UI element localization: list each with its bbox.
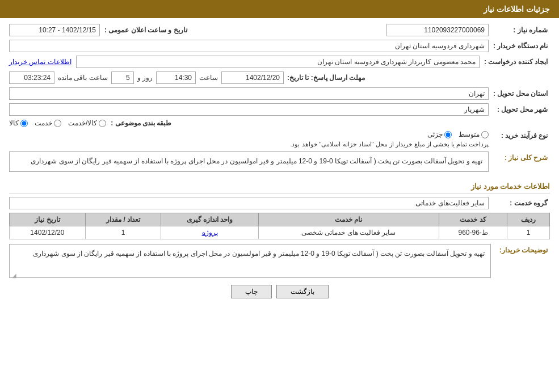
col-kod: کد خدمت	[439, 213, 507, 226]
col-tarikh: تاریخ نیاز	[10, 213, 86, 226]
page-title: جزئیات اطلاعات نیاز	[484, 5, 550, 14]
baghimande-input[interactable]	[9, 71, 54, 84]
tarikh-saat-label: تاریخ و ساعت اعلان عمومی :	[104, 26, 190, 34]
resize-handle[interactable]: ◢	[11, 271, 16, 276]
cell-radif: 1	[507, 226, 550, 239]
buyer-notes-text: تهیه و تحویل آسفالت بصورت تن پخت ( آسفال…	[33, 250, 485, 258]
radio-kala-label: کالا	[9, 119, 19, 127]
radio-kala-khadamat-item[interactable]: کالا/خدمت	[68, 119, 106, 127]
radio-jozei[interactable]	[444, 131, 452, 138]
col-tedad: تعداد / مقدار	[85, 213, 161, 226]
shahr-label: شهر محل تحویل :	[493, 106, 550, 113]
cell-vahed: پروژه	[161, 226, 258, 239]
cell-tarikh: 1402/12/20	[10, 226, 86, 239]
nam-dastgah-input[interactable]	[9, 40, 489, 52]
cell-tedad: 1	[85, 226, 161, 239]
ijad-konande-input[interactable]	[76, 56, 480, 68]
saat-label: ساعت	[199, 74, 218, 82]
grohe-khadamat-input[interactable]	[9, 197, 489, 209]
ettela-tamaas-link[interactable]: اطلاعات تماس خریدار	[9, 58, 72, 66]
nam-dastgah-label: نام دستگاه خریدار :	[493, 42, 550, 50]
radio-khadamat[interactable]	[54, 120, 61, 127]
saat-input[interactable]	[156, 71, 196, 84]
radio-kala-khadamat[interactable]	[99, 120, 106, 127]
buttons-row: بازگشت چاپ	[9, 285, 550, 307]
radio-motevaset-label: متوسط	[459, 130, 480, 138]
shomare-niaz-input[interactable]	[386, 24, 489, 36]
ostan-label: استان محل تحویل :	[493, 90, 550, 98]
ettela-khadamat-title: اطلاعات خدمات مورد نیاز	[9, 182, 550, 193]
farayand-radio-group: متوسط جزئی	[9, 130, 489, 138]
baghimande-label: ساعت باقی مانده	[58, 74, 108, 82]
table-row: 1ط-96-960سایر فعالیت های خدماتی شخصیپروژ…	[10, 226, 550, 239]
noe-farayand-label: نوع فرآیند خرید :	[493, 130, 550, 140]
col-radif: ردیف	[507, 213, 550, 226]
ostan-input[interactable]	[9, 87, 489, 100]
cell-kodKhadamat: ط-96-960	[439, 226, 507, 239]
ijad-konande-label: ایجاد کننده درخواست :	[484, 58, 550, 66]
radio-khadamat-label: خدمت	[35, 119, 52, 127]
bazgasht-button[interactable]: بازگشت	[276, 285, 329, 298]
radio-kala-item[interactable]: کالا	[9, 119, 28, 127]
radio-khadamat-item[interactable]: خدمت	[35, 119, 61, 127]
tabaqe-label: طبقه بندی موضوعی :	[111, 119, 174, 127]
buyer-notes-row: توضیحات خریدار: تهیه و تحویل آسفالت بصور…	[9, 244, 550, 278]
cell-namKhadamat: سایر فعالیت های خدماتی شخصی	[258, 226, 439, 239]
farayand-desc: پرداخت تمام یا بخشی از مبلغ خریدار از مح…	[9, 141, 489, 148]
col-nam: نام خدمت	[258, 213, 439, 226]
page-header: جزئیات اطلاعات نیاز	[0, 0, 559, 18]
mohlat-label: مهلت ارسال پاسخ: تا تاریخ:	[287, 74, 367, 82]
sharh-kolli-label: شرح کلی نیاز :	[493, 151, 550, 162]
roz-input[interactable]	[111, 71, 134, 84]
sharh-kolli-box: تهیه و تحویل آسفالت بصورت تن پخت ( آسفال…	[9, 151, 489, 172]
services-table: ردیف کد خدمت نام خدمت واحد اندازه گیری ت…	[9, 213, 550, 239]
radio-jozei-item[interactable]: جزئی	[427, 130, 452, 138]
sharh-kolli-text: تهیه و تحویل آسفالت بصورت تن پخت ( آسفال…	[31, 157, 482, 165]
radio-kala[interactable]	[20, 120, 28, 127]
radio-motevaset[interactable]	[481, 131, 489, 138]
radio-motevaset-item[interactable]: متوسط	[459, 130, 489, 138]
grohe-khadamat-label: گروه خدمت :	[493, 199, 550, 207]
shomare-niaz-label: شماره نیاز :	[493, 26, 550, 34]
radio-jozei-label: جزئی	[427, 130, 443, 138]
col-vahed: واحد اندازه گیری	[161, 213, 258, 226]
shahr-input[interactable]	[9, 103, 489, 116]
radio-kala-khadamat-label: کالا/خدمت	[68, 119, 97, 127]
tozihat-label: توضیحات خریدار:	[493, 244, 550, 254]
tarikh-saat-input[interactable]	[9, 24, 100, 36]
chap-button[interactable]: چاپ	[231, 285, 272, 298]
buyer-notes-box: تهیه و تحویل آسفالت بصورت تن پخت ( آسفال…	[9, 244, 491, 278]
date-input[interactable]	[221, 71, 284, 84]
tabaqe-radio-group: کالا/خدمت خدمت کالا	[9, 119, 106, 127]
roz-label: روز و	[137, 74, 153, 82]
